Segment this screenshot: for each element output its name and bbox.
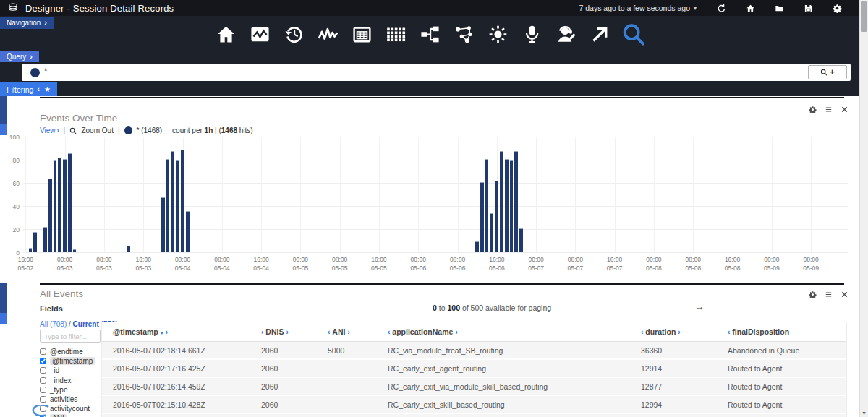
table-cell: Abandoned in Queue: [717, 346, 846, 355]
table-cell: RC_early_exit_skill_based_routing: [377, 400, 630, 409]
column-label: duration: [645, 327, 676, 336]
field-checkbox-_index[interactable]: [40, 377, 46, 384]
field-label[interactable]: _index: [50, 377, 71, 384]
query-input[interactable]: * +: [22, 64, 851, 81]
pulse-icon[interactable]: [315, 22, 340, 46]
home-icon[interactable]: [213, 22, 238, 46]
chart-bar: [505, 159, 509, 252]
x-axis-label: 00:0005-04: [163, 256, 203, 272]
open-in-new-icon[interactable]: [587, 22, 612, 46]
table-cell: 2016-05-07T02:16:14.459Z: [102, 382, 250, 391]
events-panel-gear-icon[interactable]: [809, 106, 817, 113]
events-chart[interactable]: 02040608010016:0005-0200:0005-0308:0005-…: [23, 137, 848, 253]
scrollbar-down-arrow[interactable]: ▾: [860, 410, 868, 416]
line-chart-icon[interactable]: [247, 22, 272, 46]
x-gridline: [575, 137, 576, 253]
events-panel-divider: [40, 97, 844, 98]
zoom-out-button[interactable]: Zoom Out: [81, 126, 113, 134]
field-item-_index[interactable]: _index: [40, 376, 105, 385]
agent-icon[interactable]: [553, 22, 578, 46]
field-item-@endtime[interactable]: @endtime: [40, 347, 105, 356]
table-cell: 2016-05-07T02:15:10.428Z: [102, 400, 250, 409]
flow-icon[interactable]: [417, 22, 442, 46]
field-item-activities[interactable]: activities: [40, 395, 105, 404]
scrollbar[interactable]: ▾: [859, 0, 868, 417]
save-icon[interactable]: [804, 4, 813, 13]
gear-icon[interactable]: [833, 4, 842, 13]
all-events-panel-controls: [809, 291, 848, 298]
field-label[interactable]: ANI: [50, 414, 67, 417]
field-label[interactable]: @timestamp: [50, 357, 95, 365]
field-checkbox-_type[interactable]: [40, 387, 46, 393]
column-header-ANI[interactable]: ‹ANI›: [317, 327, 377, 336]
chart-bar: [48, 179, 52, 252]
field-checkbox-_id[interactable]: [40, 367, 46, 374]
home-icon[interactable]: [746, 4, 755, 13]
query-tab[interactable]: Query ›: [0, 51, 39, 62]
x-gridline: [536, 137, 537, 253]
table-row[interactable]: 2016-05-07T02:16:14.459Z2060RC_early_exi…: [102, 378, 846, 396]
field-label[interactable]: activitycount: [50, 405, 90, 413]
field-label[interactable]: activities: [50, 395, 77, 403]
field-item-@timestamp[interactable]: @timestamp: [40, 356, 105, 366]
fields-all-link[interactable]: All (708): [40, 320, 67, 328]
field-item-_id[interactable]: _id: [40, 366, 105, 375]
x-gridline: [340, 137, 341, 253]
table-cell: 2060: [250, 364, 317, 373]
table-row[interactable]: 2016-05-07T02:17:16.425Z2060RC_early_exi…: [102, 360, 846, 378]
history-icon[interactable]: [281, 22, 306, 46]
field-filter-input[interactable]: [40, 330, 101, 343]
time-range-picker[interactable]: 7 days ago to a few seconds ago ▾: [579, 4, 697, 12]
folder-icon[interactable]: [775, 4, 784, 13]
table-cell: 36360: [630, 346, 717, 355]
series-legend-label[interactable]: * (1468): [137, 126, 163, 134]
x-axis-label: 00:0005-06: [399, 256, 438, 272]
table-cell: 2016-05-07T02:17:16.425Z: [102, 364, 250, 373]
field-item-_type[interactable]: _type: [40, 385, 105, 395]
field-checkbox-activities[interactable]: [40, 396, 46, 403]
column-label: DNIS: [265, 327, 284, 336]
sun-icon[interactable]: [485, 22, 510, 46]
view-link[interactable]: View›: [40, 126, 59, 134]
refresh-icon[interactable]: [717, 4, 726, 13]
column-header-applicationName[interactable]: ‹applicationName›: [377, 327, 630, 336]
x-gridline: [811, 137, 812, 253]
field-label[interactable]: _id: [50, 366, 59, 374]
data-table-icon[interactable]: [349, 22, 374, 46]
column-header-duration[interactable]: ‹duration›: [630, 327, 717, 336]
all-events-panel-gear-icon[interactable]: [809, 291, 817, 298]
events-panel-close-icon[interactable]: [841, 106, 848, 113]
y-axis-label: 100: [4, 134, 20, 141]
field-label[interactable]: _type: [50, 386, 67, 394]
events-panel-menu-icon[interactable]: [825, 106, 833, 113]
y-axis-label: 20: [4, 226, 20, 233]
scrollbar-thumb[interactable]: [861, 1, 867, 32]
column-header-DNIS[interactable]: ‹DNIS›: [250, 327, 317, 336]
field-label[interactable]: @endtime: [50, 348, 83, 356]
next-page-button[interactable]: →: [694, 301, 705, 312]
chart-bar: [73, 249, 77, 252]
sort-desc-icon: ▾: [161, 330, 163, 336]
chevron-right-icon: ›: [455, 328, 457, 336]
field-checkbox-@timestamp[interactable]: [40, 358, 46, 364]
x-gridline: [418, 137, 419, 253]
microphone-icon[interactable]: [519, 22, 544, 46]
grid-icon[interactable]: [383, 22, 408, 46]
zoom-out-icon: [69, 127, 77, 134]
search-icon[interactable]: [621, 22, 646, 46]
x-gridline: [300, 137, 301, 253]
column-header-@timestamp[interactable]: @timestamp▾›: [102, 327, 250, 336]
all-events-panel-menu-icon[interactable]: [825, 291, 833, 298]
table-row[interactable]: 2016-05-07T02:18:14.661Z20605000RC_via_m…: [102, 342, 846, 360]
all-events-panel-close-icon[interactable]: [841, 291, 848, 298]
column-header-finalDisposition[interactable]: ‹finalDisposition: [717, 327, 846, 336]
query-tab-label: Query: [7, 53, 26, 61]
query-value[interactable]: *: [44, 66, 47, 75]
table-row[interactable]: 2016-05-07T02:15:10.428Z2060RC_early_exi…: [102, 396, 846, 414]
table-cell: 12994: [630, 400, 717, 409]
share-icon[interactable]: [451, 22, 476, 46]
search-submit-button[interactable]: +: [808, 65, 847, 79]
table-header-row: @timestamp▾›‹DNIS›‹ANI›‹applicationName›…: [102, 322, 846, 342]
field-checkbox-@endtime[interactable]: [40, 348, 46, 355]
filtering-tab[interactable]: Filtering ‹ ★: [0, 82, 57, 96]
